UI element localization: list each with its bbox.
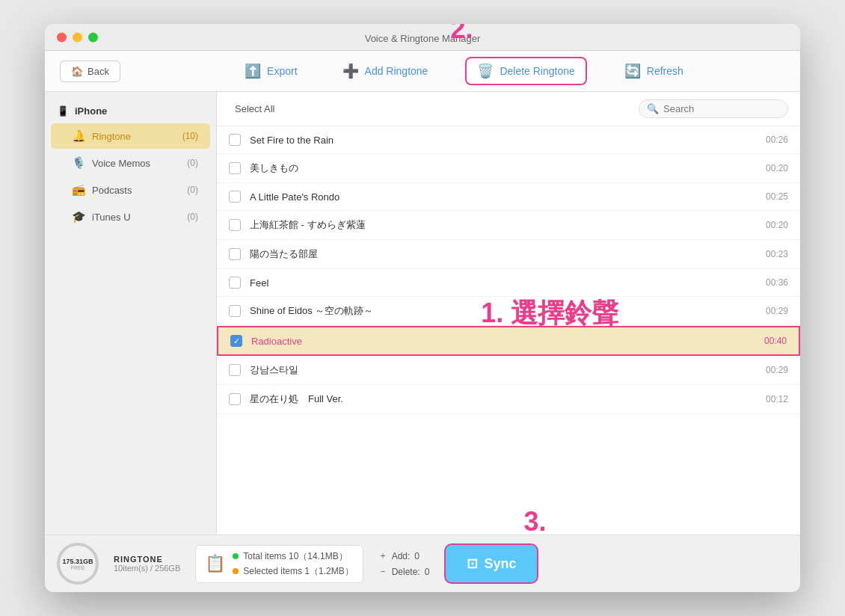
select-all-area[interactable]: Select All bbox=[229, 103, 274, 114]
maximize-button[interactable] bbox=[88, 32, 98, 42]
delete-ringtone-label: Delete Ringtone bbox=[500, 65, 574, 77]
export-icon: ⬆️ bbox=[245, 63, 261, 79]
row-checkbox-2[interactable] bbox=[229, 191, 241, 203]
track-name-1: 美しきもの bbox=[250, 161, 766, 175]
window-controls bbox=[57, 32, 98, 42]
ringtone-list: Set Fire to the Rain 00:26 美しきもの 00:20 A… bbox=[217, 126, 800, 535]
toolbar: 🏠 Back ⬆️ Export ➕ Add Ringtone 2. 🗑️ De… bbox=[45, 51, 800, 92]
sync-button[interactable]: ⊡ Sync bbox=[444, 543, 538, 584]
duration-8: 00:29 bbox=[766, 365, 788, 375]
itunes-count: (0) bbox=[187, 212, 198, 222]
track-name-0: Set Fire to the Rain bbox=[250, 135, 766, 146]
add-ringtone-label: Add Ringtone bbox=[365, 65, 428, 77]
sidebar: 📱 iPhone 🔔 Ringtone (10) 🎙️ Voice Memos … bbox=[45, 92, 217, 535]
voice-memo-icon: 🎙️ bbox=[72, 156, 86, 170]
back-label: Back bbox=[87, 66, 109, 77]
track-name-8: 강남스타일 bbox=[250, 363, 766, 377]
export-button[interactable]: ⬆️ Export bbox=[237, 58, 304, 84]
row-checkbox-0[interactable] bbox=[229, 134, 241, 146]
track-name-2: A Little Pate's Rondo bbox=[250, 191, 766, 203]
sidebar-ringtone-label: Ringtone bbox=[92, 131, 131, 142]
list-item[interactable]: 上海紅茶館 - すめらぎ紫蓮 00:20 bbox=[217, 211, 800, 240]
add-ringtone-button[interactable]: ➕ Add Ringtone bbox=[335, 58, 436, 84]
sidebar-itunes-label: iTunes U bbox=[92, 212, 131, 223]
close-button[interactable] bbox=[57, 32, 67, 42]
track-name-6: Shine of Eidos ～空の軌跡～ bbox=[250, 304, 766, 318]
itunes-u-icon: 🎓 bbox=[72, 210, 86, 224]
green-dot bbox=[233, 553, 239, 559]
row-checkbox-8[interactable] bbox=[229, 364, 241, 376]
row-checkbox-7[interactable]: ✓ bbox=[230, 335, 242, 347]
row-checkbox-6[interactable] bbox=[229, 305, 241, 317]
home-icon: 🏠 bbox=[71, 66, 83, 77]
duration-4: 00:23 bbox=[766, 249, 788, 259]
bottom-bar: 175.31GB FREE RINGTONE 10item(s) / 256GB… bbox=[45, 535, 800, 592]
iphone-icon: 📱 bbox=[57, 105, 69, 117]
info-icon: 📋 bbox=[205, 554, 225, 573]
list-item[interactable]: 星の在り処 Full Ver. 00:12 bbox=[217, 385, 800, 414]
list-item[interactable]: 강남스타일 00:29 bbox=[217, 356, 800, 385]
delete-btn-wrapper: 2. 🗑️ Delete Ringtone bbox=[465, 57, 586, 85]
sidebar-podcast-label: Podcasts bbox=[92, 185, 132, 196]
add-delete-block: ＋ Add: 0 － Delete: 0 bbox=[378, 549, 430, 578]
duration-0: 00:26 bbox=[766, 135, 788, 145]
search-icon: 🔍 bbox=[647, 103, 659, 114]
list-item[interactable]: Set Fire to the Rain 00:26 bbox=[217, 126, 800, 154]
storage-free: FREE bbox=[71, 565, 85, 570]
storage-circle: 175.31GB FREE bbox=[57, 543, 99, 585]
content-area: 📱 iPhone 🔔 Ringtone (10) 🎙️ Voice Memos … bbox=[45, 92, 800, 535]
duration-3: 00:20 bbox=[766, 220, 788, 230]
list-item-selected[interactable]: ✓ Radioactive 00:40 bbox=[217, 326, 800, 356]
list-item[interactable]: A Little Pate's Rondo 00:25 bbox=[217, 183, 800, 211]
podcast-count: (0) bbox=[187, 185, 198, 195]
orange-dot bbox=[233, 568, 239, 574]
row-checkbox-9[interactable] bbox=[229, 393, 241, 405]
back-button[interactable]: 🏠 Back bbox=[60, 61, 120, 82]
track-name-3: 上海紅茶館 - すめらぎ紫蓮 bbox=[250, 218, 766, 232]
sidebar-item-voice-memos[interactable]: 🎙️ Voice Memos (0) bbox=[51, 150, 210, 176]
iphone-label: iPhone bbox=[75, 105, 107, 117]
app-window: Voice & Ringtone Manager 🏠 Back ⬆️ Expor… bbox=[45, 24, 800, 592]
ringtone-icon: 🔔 bbox=[72, 129, 86, 143]
delete-ringtone-button[interactable]: 🗑️ Delete Ringtone bbox=[465, 57, 586, 85]
selected-label: Selected items 1（1.2MB） bbox=[243, 565, 353, 578]
sidebar-item-podcasts[interactable]: 📻 Podcasts (0) bbox=[51, 177, 210, 203]
add-value: 0 bbox=[414, 551, 420, 561]
title-bar: Voice & Ringtone Manager bbox=[45, 24, 800, 51]
delete-label: Delete: bbox=[392, 567, 420, 577]
podcast-icon: 📻 bbox=[72, 183, 86, 197]
list-item[interactable]: Shine of Eidos ～空の軌跡～ 00:29 bbox=[217, 297, 800, 326]
total-items-line: Total items 10（14.1MB） bbox=[233, 550, 353, 563]
storage-gb: 175.31GB bbox=[62, 558, 93, 565]
track-name-9: 星の在り処 Full Ver. bbox=[250, 392, 766, 406]
plus-icon: ＋ bbox=[378, 549, 387, 562]
list-item[interactable]: 美しきもの 00:20 bbox=[217, 154, 800, 183]
refresh-button[interactable]: 🔄 Refresh bbox=[617, 58, 691, 84]
track-name-5: Feel bbox=[250, 277, 766, 289]
sync-icon: ⊡ bbox=[467, 555, 478, 572]
sidebar-item-itunes-u[interactable]: 🎓 iTunes U (0) bbox=[51, 204, 210, 230]
search-box[interactable]: 🔍 bbox=[639, 99, 788, 118]
main-content-wrapper: Select All 🔍 Set Fire to the Rain 00:26 bbox=[217, 92, 800, 535]
minimize-button[interactable] bbox=[73, 32, 82, 42]
add-ringtone-icon: ➕ bbox=[342, 63, 359, 79]
minus-icon: － bbox=[378, 565, 387, 578]
search-input[interactable] bbox=[663, 103, 780, 114]
selected-items-line: Selected items 1（1.2MB） bbox=[233, 565, 353, 578]
delete-ringtone-icon: 🗑️ bbox=[477, 63, 494, 79]
row-checkbox-1[interactable] bbox=[229, 162, 241, 174]
storage-title: RINGTONE bbox=[114, 555, 180, 564]
bottom-right-wrapper: 3. ⊡ Sync bbox=[444, 543, 538, 584]
row-checkbox-5[interactable] bbox=[229, 277, 241, 289]
toolbar-actions: ⬆️ Export ➕ Add Ringtone 2. 🗑️ Delete Ri… bbox=[143, 57, 785, 85]
list-item[interactable]: Feel 00:36 bbox=[217, 269, 800, 297]
info-block: 📋 Total items 10（14.1MB） Selected items … bbox=[195, 545, 363, 583]
main-content: Select All 🔍 Set Fire to the Rain 00:26 bbox=[217, 92, 800, 535]
refresh-label: Refresh bbox=[647, 65, 683, 77]
sidebar-voice-label: Voice Memos bbox=[92, 158, 150, 169]
add-row: ＋ Add: 0 bbox=[378, 549, 430, 562]
row-checkbox-4[interactable] bbox=[229, 248, 241, 260]
list-item[interactable]: 陽の当たる部屋 00:23 bbox=[217, 240, 800, 269]
sidebar-item-ringtone[interactable]: 🔔 Ringtone (10) bbox=[51, 123, 210, 149]
row-checkbox-3[interactable] bbox=[229, 219, 241, 231]
